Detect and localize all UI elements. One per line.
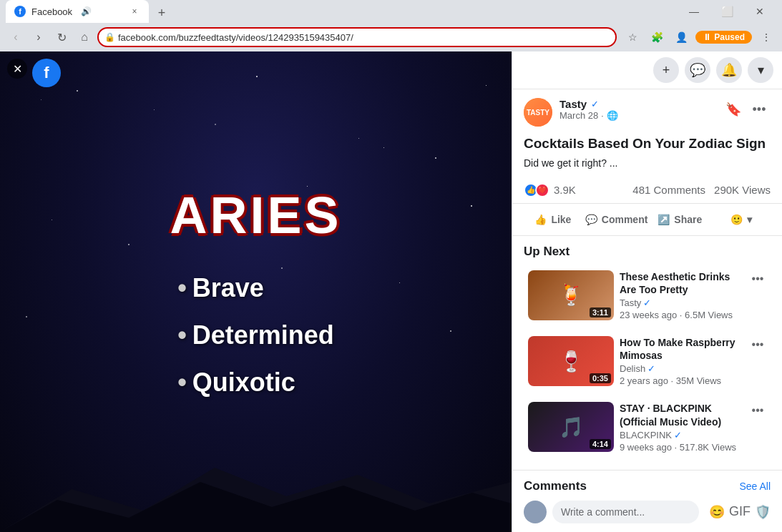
- post-author: Tasty: [559, 98, 587, 110]
- bookmark-icon[interactable]: ☆: [622, 27, 642, 47]
- video-duration-2: 0:35: [590, 373, 611, 383]
- tab-close-button[interactable]: ×: [129, 6, 140, 17]
- emoji-reaction-button[interactable]: 🙂 ▾: [712, 207, 771, 232]
- gif-icon[interactable]: GIF: [729, 504, 751, 520]
- post-title: Cocktails Based On Your Zodiac Sign: [524, 135, 771, 153]
- add-button[interactable]: +: [653, 57, 679, 83]
- comment-input-row: Write a comment... 😊 GIF 🛡️: [524, 501, 771, 523]
- views-count: 290K Views: [714, 184, 771, 196]
- aries-title: ARIES: [170, 186, 341, 245]
- paused-label: Paused: [714, 32, 745, 42]
- video-info-1: These Aesthetic Drinks Are Too Pretty Ta…: [620, 270, 743, 320]
- comments-header: Comments See All: [524, 479, 771, 493]
- new-tab-button[interactable]: +: [152, 3, 172, 23]
- video-more-button-2[interactable]: •••: [749, 336, 766, 353]
- top-actions: + 💬 🔔 ▾: [512, 51, 782, 89]
- video-close-button[interactable]: ✕: [7, 59, 27, 79]
- list-item[interactable]: 🍹 3:11 These Aesthetic Drinks Are Too Pr…: [524, 266, 771, 325]
- up-next-title: Up Next: [524, 245, 771, 259]
- user-avatar: [524, 501, 547, 523]
- lock-icon: 🔒: [104, 32, 115, 42]
- globe-icon: ·: [601, 111, 603, 121]
- comments-title: Comments: [524, 479, 587, 493]
- traits-list: •Brave •Determined •Quixotic: [177, 273, 334, 398]
- notifications-button[interactable]: 🔔: [716, 57, 742, 83]
- tab-section: f Facebook 🔊 × +: [6, 0, 678, 23]
- comment-button[interactable]: 💬 Comment: [585, 207, 648, 232]
- emoji-icon: 🙂: [730, 214, 743, 225]
- post-body: Cocktails Based On Your Zodiac Sign Did …: [512, 135, 782, 177]
- browser-tab[interactable]: f Facebook 🔊 ×: [6, 0, 149, 23]
- reactions-right: 481 Comments 290K Views: [632, 184, 771, 196]
- save-post-button[interactable]: 🔖: [722, 98, 745, 121]
- like-icon: 👍: [534, 214, 547, 225]
- video-duration-3: 4:14: [590, 439, 611, 449]
- share-icon: ↗️: [658, 214, 670, 225]
- comments-count[interactable]: 481 Comments: [632, 184, 705, 196]
- menu-icon[interactable]: ⋮: [756, 27, 776, 47]
- address-bar-wrapper: 🔒 facebook.com/buzzfeedtasty/videos/1242…: [97, 27, 617, 47]
- comment-placeholder: Write a comment...: [561, 506, 645, 518]
- right-panel: + 💬 🔔 ▾ TASTY Tasty ✓ March 28 ·: [512, 51, 782, 532]
- verified-icon-1: ✓: [643, 297, 651, 308]
- privacy-icon: 🌐: [607, 110, 618, 121]
- video-meta-3: 9 weeks ago · 517.8K Views: [620, 442, 743, 453]
- video-channel-3: BLACKPINK ✓: [620, 430, 743, 440]
- share-button[interactable]: ↗️ Share: [650, 207, 709, 232]
- video-content: ARIES •Brave •Determined •Quixotic: [0, 51, 512, 532]
- video-more-button-3[interactable]: •••: [749, 402, 766, 419]
- browser-window: f Facebook 🔊 × + — ⬜ ✕ ‹ › ↻ ⌂ 🔒 faceboo…: [0, 0, 782, 532]
- verified-icon-3: ✓: [674, 430, 682, 440]
- video-channel-1: Tasty ✓: [620, 297, 743, 308]
- verified-icon-2: ✓: [647, 363, 655, 374]
- see-all-comments-button[interactable]: See All: [739, 481, 771, 492]
- tab-title: Facebook: [31, 6, 72, 17]
- reload-button[interactable]: ↻: [52, 27, 72, 47]
- trait-brave: •Brave: [177, 273, 334, 303]
- comment-action-icons: 😊 GIF 🛡️: [709, 504, 771, 520]
- close-button[interactable]: ✕: [743, 0, 776, 23]
- video-channel-2: Delish ✓: [620, 363, 743, 374]
- tab-sound-icon: 🔊: [81, 6, 92, 16]
- sticker-icon[interactable]: 🛡️: [755, 504, 771, 520]
- maximize-button[interactable]: ⬜: [710, 0, 743, 23]
- address-bar[interactable]: 🔒 facebook.com/buzzfeedtasty/videos/1242…: [97, 27, 617, 47]
- home-button[interactable]: ⌂: [74, 27, 94, 47]
- comment-input-field[interactable]: Write a comment...: [552, 501, 699, 523]
- like-button[interactable]: 👍 Like: [524, 207, 582, 232]
- minimize-button[interactable]: —: [678, 0, 710, 23]
- comments-section: Comments See All Write a comment... 😊 GI…: [512, 470, 782, 532]
- post-date: March 28 · 🌐: [559, 110, 715, 121]
- profile-icon[interactable]: 👤: [671, 27, 691, 47]
- back-button[interactable]: ‹: [6, 27, 26, 47]
- comment-icon: 💬: [585, 214, 597, 225]
- paused-badge[interactable]: ⏸ Paused: [695, 31, 752, 44]
- tab-favicon: f: [14, 6, 26, 17]
- reaction-icons: 👍 ❤️: [524, 183, 549, 197]
- list-item[interactable]: 🎵 4:14 STAY · BLACKPINK (Official Music …: [524, 398, 771, 456]
- facebook-logo: f: [32, 59, 61, 87]
- window-controls: — ⬜ ✕: [678, 0, 776, 23]
- reactions-bar: 👍 ❤️ 3.9K 481 Comments 290K Views: [512, 177, 782, 204]
- list-item[interactable]: 🍷 0:35 How To Make Raspberry Mimosas Del…: [524, 332, 771, 390]
- verified-badge: ✓: [591, 99, 599, 109]
- video-panel: ✕ f ARIES •Brave •Determined •Quixotic: [0, 51, 512, 532]
- post-top-actions: 🔖 •••: [722, 98, 771, 121]
- post-header: TASTY Tasty ✓ March 28 · 🌐 🔖 •••: [512, 89, 782, 135]
- post-meta: Tasty ✓ March 28 · 🌐: [559, 98, 715, 121]
- messenger-button[interactable]: 💬: [685, 57, 710, 83]
- trait-quixotic: •Quixotic: [177, 368, 334, 398]
- video-more-button-1[interactable]: •••: [749, 270, 766, 287]
- action-buttons: 👍 Like 💬 Comment ↗️ Share 🙂 ▾: [512, 204, 782, 236]
- account-menu-button[interactable]: ▾: [748, 57, 773, 83]
- reaction-count: 3.9K: [554, 184, 576, 196]
- emoji-picker-icon[interactable]: 😊: [709, 504, 725, 520]
- forward-button[interactable]: ›: [29, 27, 49, 47]
- extensions-icon[interactable]: 🧩: [647, 27, 667, 47]
- video-thumbnail-1: 🍹 3:11: [528, 270, 614, 320]
- up-next-section: Up Next 🍹 3:11 These Aesthetic Drinks Ar…: [512, 236, 782, 470]
- more-options-button[interactable]: •••: [748, 98, 771, 121]
- heart-reaction: ❤️: [535, 183, 549, 197]
- page-avatar: TASTY: [524, 98, 552, 127]
- paused-icon: ⏸: [703, 32, 711, 42]
